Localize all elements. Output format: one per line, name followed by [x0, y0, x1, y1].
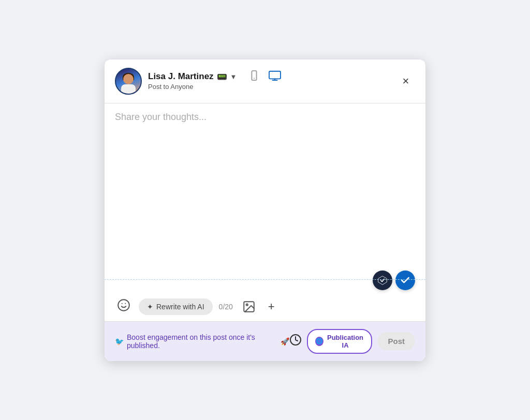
boost-emoji-right: 🚀 [281, 337, 289, 346]
rewrite-label: Rewrite with AI [156, 303, 204, 311]
publication-globe-icon: 🌐 [315, 337, 323, 346]
phone-icon: 📟 [217, 72, 227, 82]
bottom-toolbar: ✦ Rewrite with AI 0/20 + [105, 290, 425, 321]
post-placeholder: Share your thoughts... [115, 112, 207, 122]
rewrite-ai-button[interactable]: ✦ Rewrite with AI [139, 298, 213, 315]
modal-header: Lisa J. Martinez 📟 ▼ Post to Anyone [105, 59, 425, 99]
svg-rect-2 [269, 71, 281, 79]
post-modal: Lisa J. Martinez 📟 ▼ Post to Anyone [105, 59, 425, 361]
dropdown-arrow[interactable]: ▼ [230, 73, 237, 81]
post-text-area[interactable]: Share your thoughts... [105, 103, 425, 279]
footer-right: 🌐 Publication IA Post [289, 329, 415, 354]
mobile-device-icon[interactable] [248, 70, 260, 84]
user-name-row: Lisa J. Martinez 📟 ▼ [148, 71, 237, 82]
emoji-button[interactable] [115, 296, 132, 317]
user-text: Lisa J. Martinez 📟 ▼ Post to Anyone [148, 71, 237, 91]
post-button[interactable]: Post [377, 332, 415, 350]
desktop-device-icon[interactable] [268, 70, 282, 84]
footer-bar: 🐦 Boost engagement on this post once it'… [105, 321, 425, 361]
char-count: 0/20 [219, 303, 233, 311]
publication-ia-button[interactable]: 🌐 Publication IA [307, 329, 372, 354]
svg-point-10 [246, 304, 247, 305]
svg-rect-0 [252, 70, 256, 80]
user-name: Lisa J. Martinez [148, 71, 214, 82]
schedule-button[interactable] [289, 334, 302, 349]
post-to-label: Post to Anyone [148, 83, 237, 91]
image-button[interactable] [239, 297, 259, 317]
device-toggle [248, 70, 282, 84]
close-button[interactable]: × [396, 72, 415, 91]
boost-message: Boost engagement on this post once it's … [127, 333, 277, 350]
avatar [115, 68, 142, 95]
add-button[interactable]: + [265, 297, 278, 317]
dashed-divider [105, 279, 425, 280]
sparkle-icon: ✦ [147, 303, 153, 311]
user-info: Lisa J. Martinez 📟 ▼ Post to Anyone [115, 68, 237, 95]
boost-text: 🐦 Boost engagement on this post once it'… [115, 333, 289, 350]
publication-label: Publication IA [327, 334, 364, 349]
boost-emoji-left: 🐦 [115, 337, 124, 346]
svg-point-6 [118, 299, 129, 311]
